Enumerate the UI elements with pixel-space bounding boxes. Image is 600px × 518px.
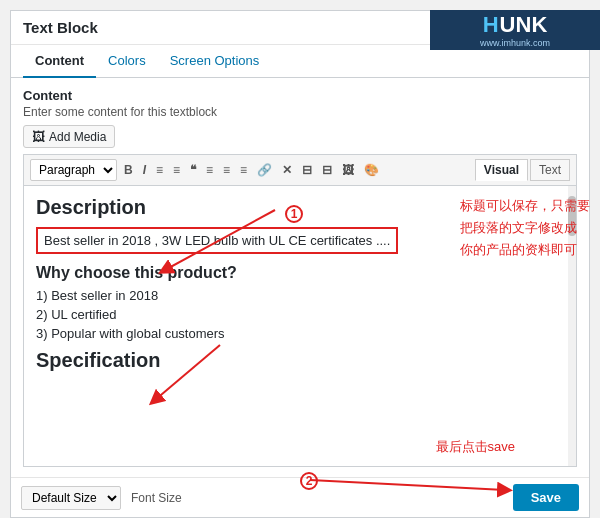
save-button[interactable]: Save (513, 484, 579, 511)
logo-area: H UNK www.imhunk.com (430, 10, 600, 50)
product-list: 1) Best seller in 2018 2) UL certified 3… (36, 288, 556, 341)
scrollbar[interactable] (568, 186, 576, 466)
view-toggle: Visual Text (469, 155, 576, 185)
bold-button[interactable]: B (121, 161, 136, 179)
unlink-button[interactable]: ✕ (279, 161, 295, 179)
add-media-button[interactable]: 🖼 Add Media (23, 125, 115, 148)
font-size-label: Font Size (131, 491, 182, 505)
insert-table-button[interactable]: ⊟ (299, 161, 315, 179)
panel-title-text: Text Block (23, 19, 98, 36)
tab-content[interactable]: Content (23, 45, 96, 78)
camera-icon: 🖼 (32, 129, 45, 144)
bottom-selects: Default Size Font Size (21, 486, 182, 510)
text-view-button[interactable]: Text (530, 159, 570, 181)
scroll-thumb (568, 196, 576, 236)
tab-colors[interactable]: Colors (96, 45, 158, 78)
tab-screen-options[interactable]: Screen Options (158, 45, 272, 78)
highlight-text: Best seller in 2018 , 3W LED bulb with U… (44, 233, 390, 248)
insert-more-button[interactable]: ⊟ (319, 161, 335, 179)
list-item-3: 3) Popular with global customers (36, 326, 556, 341)
align-right-button[interactable]: ≡ (237, 161, 250, 179)
unordered-list-button[interactable]: ≡ (153, 161, 166, 179)
highlight-paragraph: Best seller in 2018 , 3W LED bulb with U… (36, 227, 398, 254)
paragraph-select[interactable]: Paragraph (30, 159, 117, 181)
size-select[interactable]: Default Size (21, 486, 121, 510)
align-center-button[interactable]: ≡ (220, 161, 233, 179)
italic-button[interactable]: I (140, 161, 149, 179)
main-panel: Text Block Content Colors Screen Options… (10, 10, 590, 518)
toolbar-left: Paragraph B I ≡ ≡ ❝ ≡ ≡ ≡ 🔗 ✕ (30, 159, 382, 181)
page-wrapper: H UNK www.imhunk.com Text Block Content … (0, 10, 600, 518)
bottom-bar: Default Size Font Size Save (11, 477, 589, 517)
editor-wrapper: Paragraph B I ≡ ≡ ❝ ≡ ≡ ≡ 🔗 ✕ (23, 154, 577, 467)
align-left-button[interactable]: ≡ (203, 161, 216, 179)
insert-image-button[interactable]: 🖼 (339, 161, 357, 179)
ordered-list-button[interactable]: ≡ (170, 161, 183, 179)
logo-subtitle: www.imhunk.com (480, 38, 550, 48)
visual-view-button[interactable]: Visual (475, 159, 528, 181)
logo-unk: UNK (500, 12, 548, 38)
blockquote-button[interactable]: ❝ (187, 161, 199, 179)
color-picker-button[interactable]: 🎨 (361, 161, 382, 179)
editor-area[interactable]: Description Best seller in 2018 , 3W LED… (24, 186, 576, 466)
list-item-1: 1) Best seller in 2018 (36, 288, 556, 303)
link-button[interactable]: 🔗 (254, 161, 275, 179)
why-choose-heading: Why choose this product? (36, 264, 556, 282)
logo-h: H (483, 12, 499, 38)
content-label: Content (23, 88, 577, 103)
content-section: Content Enter some content for this text… (11, 78, 589, 477)
content-desc: Enter some content for this textblock (23, 105, 577, 119)
list-item-2: 2) UL certified (36, 307, 556, 322)
editor-toolbar: Paragraph B I ≡ ≡ ❝ ≡ ≡ ≡ 🔗 ✕ (24, 155, 469, 185)
description-heading: Description (36, 196, 556, 219)
specification-heading: Specification (36, 349, 556, 372)
